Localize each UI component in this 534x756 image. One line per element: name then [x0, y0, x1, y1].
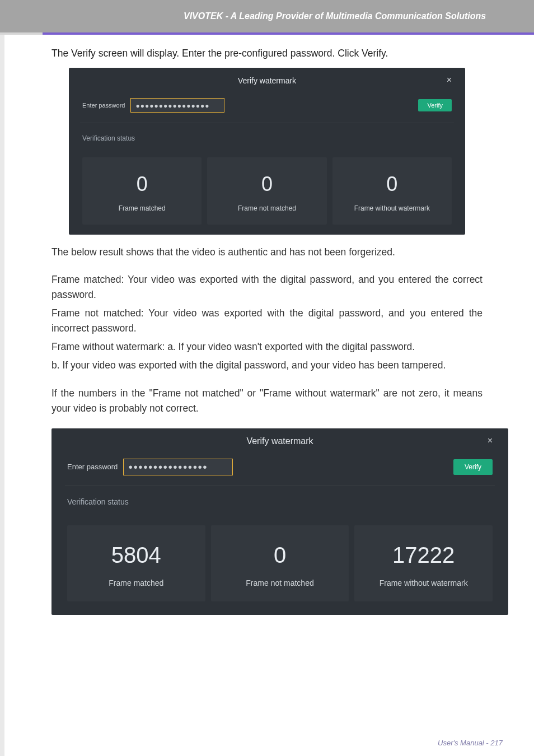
frame-matched-count: 0: [137, 169, 148, 200]
page-content: The Verify screen will display. Enter th…: [0, 35, 534, 647]
dialog2-title: Verify watermark: [246, 435, 313, 449]
dialog1-title: Verify watermark: [238, 75, 296, 87]
verify-button[interactable]: Verify: [453, 459, 493, 475]
body-p1: The below result shows that the video is…: [51, 245, 483, 260]
close-icon[interactable]: ×: [447, 73, 452, 87]
body-p2: Frame matched: Your video was exported w…: [51, 272, 483, 302]
frame-not-matched-card: 0 Frame not matched: [211, 525, 349, 601]
frame-without-watermark-label: Frame without watermark: [354, 204, 430, 213]
frame-without-watermark-label: Frame without watermark: [380, 578, 468, 588]
page-footer: User's Manual - 217: [438, 739, 503, 747]
body-p3: Frame not matched: Your video was export…: [51, 306, 483, 336]
header-tagline: VIVOTEK - A Leading Provider of Multimed…: [0, 11, 534, 21]
close-icon[interactable]: ×: [488, 434, 493, 448]
frame-not-matched-card: 0 Frame not matched: [207, 157, 326, 225]
frame-not-matched-count: 0: [261, 169, 273, 200]
password-label: Enter password: [82, 101, 125, 110]
verify-watermark-dialog-2: Verify watermark × Enter password ●●●●●●…: [51, 428, 508, 615]
intro-text-1: The Verify screen will display. Enter th…: [51, 46, 483, 61]
body-p6: If the numbers in the "Frame not matched…: [51, 386, 483, 416]
frame-not-matched-count: 0: [274, 538, 286, 572]
divider: [65, 486, 495, 486]
password-input[interactable]: ●●●●●●●●●●●●●●●●: [130, 98, 224, 113]
left-margin-strip: [0, 35, 4, 756]
frame-without-watermark-card: 17222 Frame without watermark: [354, 525, 493, 601]
page-header: VIVOTEK - A Leading Provider of Multimed…: [0, 0, 534, 32]
frame-without-watermark-card: 0 Frame without watermark: [332, 157, 452, 225]
frame-not-matched-label: Frame not matched: [246, 578, 313, 588]
frame-not-matched-label: Frame not matched: [238, 204, 296, 213]
verify-watermark-dialog-1: Verify watermark × Enter password ●●●●●●…: [69, 68, 465, 235]
password-label: Enter password: [67, 461, 118, 473]
frame-without-watermark-count: 0: [386, 169, 397, 200]
frame-matched-label: Frame matched: [109, 578, 163, 588]
verify-button[interactable]: Verify: [418, 99, 452, 111]
body-p5: b. If your video was exported with the d…: [51, 358, 483, 373]
body-text-block: The below result shows that the video is…: [51, 245, 483, 416]
divider: [80, 123, 454, 123]
verification-status-label: Verification status: [82, 133, 452, 144]
frame-matched-label: Frame matched: [119, 204, 166, 213]
verification-status-label: Verification status: [67, 496, 493, 508]
frame-without-watermark-count: 17222: [392, 538, 455, 572]
frame-matched-card: 5804 Frame matched: [67, 525, 205, 601]
frame-matched-card: 0 Frame matched: [82, 157, 202, 225]
frame-matched-count: 5804: [111, 538, 161, 572]
body-p4: Frame without watermark: a. If your vide…: [51, 339, 483, 354]
password-input[interactable]: ●●●●●●●●●●●●●●●●: [123, 459, 233, 475]
